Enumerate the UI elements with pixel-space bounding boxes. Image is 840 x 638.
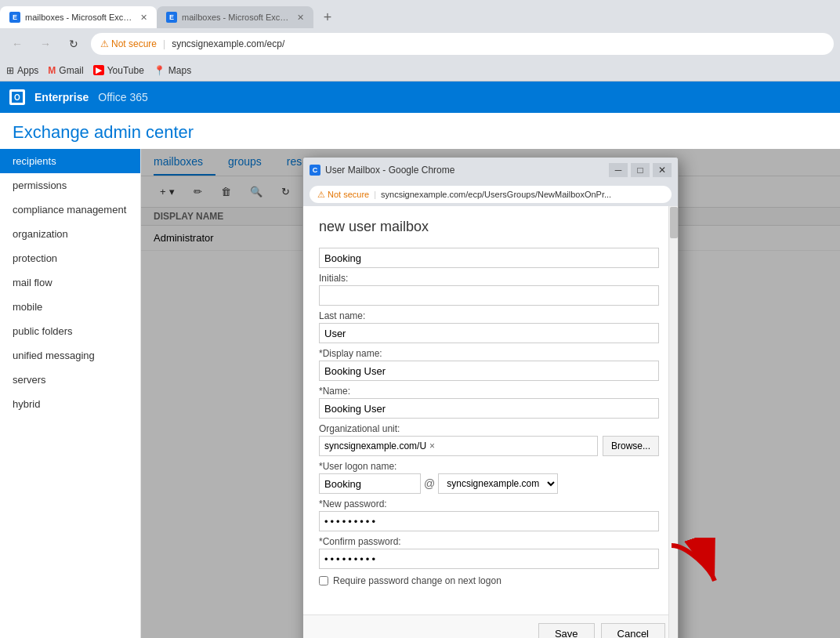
display-name-label: *Display name: [319,348,659,359]
maps-icon: 📍 [154,65,165,76]
bookmark-gmail[interactable]: M Gmail [48,65,83,76]
first-name-input[interactable] [319,248,659,268]
initials-label: Initials: [319,273,659,284]
security-indicator: ⚠ Not secure [100,38,157,49]
address-box[interactable]: ⚠ Not secure | syncsignexample.com/ecp/ [91,33,834,55]
display-name-input[interactable] [319,361,659,381]
eac-container: Exchange admin center recipients permiss… [0,113,840,638]
tab-1-title: mailboxes - Microsoft Exchange [25,13,132,22]
org-unit-group: Organizational unit: syncsignexample.com… [319,423,659,456]
sidebar-item-hybrid[interactable]: hybrid [0,392,140,416]
sidebar-item-mail-flow[interactable]: mail flow [0,270,140,295]
address-url: syncsignexample.com/ecp/ [172,38,284,49]
new-password-input[interactable] [319,511,659,531]
org-unit-value: syncsignexample.com/U [324,440,426,451]
last-name-label: Last name: [319,310,659,321]
org-unit-field: syncsignexample.com/U × [319,436,598,456]
logon-name-input[interactable] [319,473,421,494]
office-brand: Enterprise [34,91,89,103]
confirm-password-group: *Confirm password: [319,536,659,569]
browser-window: E mailboxes - Microsoft Exchange ✕ E mai… [0,0,840,638]
modal-title: new user mailbox [319,219,662,235]
org-unit-clear[interactable]: × [429,440,435,451]
forward-button[interactable]: → [34,33,56,55]
last-name-input[interactable] [319,323,659,343]
office-logo: O [9,89,25,105]
inner-favicon: C [310,165,320,176]
bookmark-apps[interactable]: ⊞ Apps [6,65,38,76]
office-bar: O Enterprise Office 365 [0,82,840,113]
sidebar-item-mobile[interactable]: mobile [0,295,140,319]
youtube-icon: ▶ [93,65,104,75]
new-password-group: *New password: [319,498,659,531]
sidebar: recipients permissions compliance manage… [0,149,141,638]
confirm-password-label: *Confirm password: [319,536,659,547]
inner-security-indicator: ⚠ Not secure [317,190,369,200]
maps-label: Maps [168,65,191,76]
back-button[interactable]: ← [6,33,28,55]
reload-button[interactable]: ↻ [63,33,85,55]
tab-2-close[interactable]: ✕ [297,13,304,23]
org-unit-label: Organizational unit: [319,423,659,434]
name-input[interactable] [319,398,659,419]
inner-url: syncsignexample.com/ecp/UsersGroups/NewM… [381,190,611,199]
eac-title: Exchange admin center [13,122,827,143]
gmail-icon: M [48,65,56,76]
new-password-label: *New password: [319,498,659,509]
tab-2-favicon: E [166,12,177,23]
address-bar-row: ← → ↻ ⚠ Not secure | syncsignexample.com… [0,28,840,60]
new-tab-button[interactable]: + [317,6,339,28]
minimize-button[interactable]: ─ [609,163,628,177]
not-secure-label: Not secure [111,38,157,49]
main-content: mailboxes groups resource + ▾ ✏ [141,149,840,638]
scroll-track[interactable] [668,206,678,638]
apps-icon: ⊞ [6,65,14,76]
sidebar-item-unified-messaging[interactable]: unified messaging [0,343,140,368]
bookmark-maps[interactable]: 📍 Maps [154,65,191,76]
modal-overlay: C User Mailbox - Google Chrome ─ □ ✕ [141,149,840,638]
initials-input[interactable] [319,285,659,306]
sidebar-item-recipients[interactable]: recipients [0,149,140,173]
inner-warning-icon: ⚠ [317,190,325,200]
modal-footer: Save Cancel [303,614,678,638]
warning-icon: ⚠ [100,38,109,49]
close-button[interactable]: ✕ [653,163,672,177]
sidebar-item-servers[interactable]: servers [0,368,140,392]
browse-button[interactable]: Browse... [603,436,659,456]
page-content: O Enterprise Office 365 Exchange admin c… [0,82,840,638]
tab-1[interactable]: E mailboxes - Microsoft Exchange ✕ [0,6,157,28]
sidebar-item-permissions[interactable]: permissions [0,173,140,198]
sidebar-item-organization[interactable]: organization [0,222,140,246]
name-label: *Name: [319,386,659,397]
display-name-group: *Display name: [319,348,659,381]
logon-row: @ syncsignexample.com [319,473,659,494]
address-separator: | [163,38,165,49]
tab-2[interactable]: E mailboxes - Microsoft Exchange ✕ [157,6,313,28]
modal-scroll-area[interactable]: Initials: Last name: [319,248,662,602]
inner-separator: | [374,190,376,199]
office-product: Office 365 [98,91,148,103]
office-logo-inner: O [12,92,23,103]
domain-select[interactable]: syncsignexample.com [438,473,558,494]
require-password-label: Require password change on next logon [333,575,501,586]
require-password-checkbox[interactable] [319,576,328,585]
sidebar-item-protection[interactable]: protection [0,246,140,270]
tab-2-title: mailboxes - Microsoft Exchange [182,13,289,22]
bookmark-youtube[interactable]: ▶ YouTube [93,65,144,76]
logon-label: *User logon name: [319,461,659,472]
inner-title-text: User Mailbox - Google Chrome [325,165,454,176]
inner-address-bar: ⚠ Not secure | syncsignexample.com/ecp/U… [303,183,678,206]
sidebar-item-compliance[interactable]: compliance management [0,198,140,222]
cancel-button[interactable]: Cancel [601,623,665,638]
save-button[interactable]: Save [538,623,595,638]
confirm-password-input[interactable] [319,549,659,569]
eac-header: Exchange admin center [0,113,840,149]
sidebar-item-public-folders[interactable]: public folders [0,319,140,343]
scroll-thumb [670,207,678,238]
require-password-row: Require password change on next logon [319,575,659,586]
tab-1-close[interactable]: ✕ [140,13,147,23]
maximize-button[interactable]: □ [631,163,650,177]
inner-addr-box[interactable]: ⚠ Not secure | syncsignexample.com/ecp/U… [310,186,672,203]
at-sign: @ [424,477,435,490]
inner-browser-title: C User Mailbox - Google Chrome [310,165,454,176]
